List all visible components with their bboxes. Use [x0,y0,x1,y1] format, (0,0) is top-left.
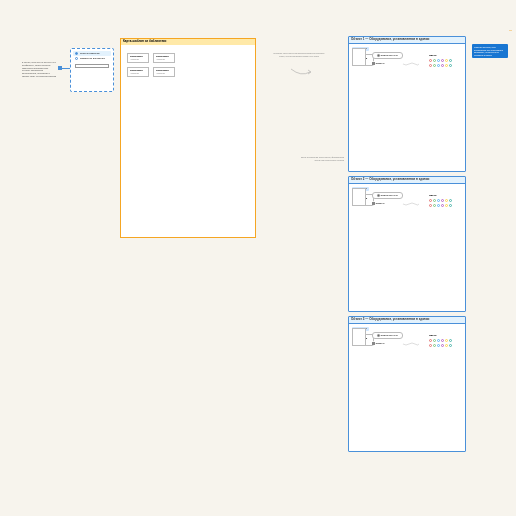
right-annotation: Карточка объекта, куда добавляются все н… [472,44,508,58]
middle-annotation: В правой части экрана собирается итоговы… [272,52,326,57]
radio-label: Импорт из документа [80,57,105,60]
object-panel-3: Объект 3 — Оборудование, установленное в… [348,316,466,452]
selector-panel: Пустые карточки Импорт из документа [70,48,114,92]
main-panel-title: Карта-шаблон из библиотеки [121,39,255,45]
color-swatches[interactable] [429,204,452,207]
original-button[interactable]: Оригинальный [372,192,403,199]
template-card[interactable]: КатегорияНазвание [127,67,149,77]
preview-card[interactable] [352,188,366,206]
replace-button[interactable]: Замена [372,201,403,206]
original-button[interactable]: Оригинальный [372,332,403,339]
color-swatches[interactable] [429,59,452,62]
preview-card[interactable] [352,328,366,346]
color-swatches[interactable] [429,344,452,347]
colors-label: Цвета [429,194,436,197]
corner-mark: — [509,30,512,34]
object-title: Объект 3 — Оборудование, установленное в… [349,317,465,324]
side-annotation: после добавления такого блока, формирует… [300,156,344,161]
object-panel-2: Объект 2 — Оборудование, установленное в… [348,176,466,312]
template-card[interactable]: КатегорияНазвание [153,53,175,63]
square-icon [372,342,375,345]
object-title: Объект 1 — Оборудование, установленное в… [349,37,465,44]
radio-label: Пустые карточки [80,52,99,55]
connector-line [62,68,70,69]
colors-label: Цвета [429,334,436,337]
replace-button[interactable]: Замена [372,61,403,66]
arrow-icon [290,68,312,80]
template-card[interactable]: КатегорияНазвание [127,53,149,63]
radio-dot-icon [75,57,78,60]
dot-icon [377,54,380,57]
replace-button[interactable]: Замена [372,341,403,346]
original-button[interactable]: Оригинальный [372,52,403,59]
text-input[interactable] [75,64,109,68]
color-swatches[interactable] [429,199,452,202]
radio-option-import[interactable]: Импорт из документа [73,56,111,61]
left-description: В случае, если данные объекты уже оцифро… [22,61,57,78]
preview-card[interactable] [352,48,366,66]
main-template-panel: Карта-шаблон из библиотеки КатегорияНазв… [120,38,256,238]
color-swatches[interactable] [429,64,452,67]
object-panel-1: Объект 1 — Оборудование, установленное в… [348,36,466,172]
object-title: Объект 2 — Оборудование, установленное в… [349,177,465,184]
color-swatches[interactable] [429,339,452,342]
square-icon [372,202,375,205]
colors-label: Цвета [429,54,436,57]
dot-icon [377,334,380,337]
dot-icon [377,194,380,197]
square-icon [372,62,375,65]
template-card[interactable]: КатегорияНазвание [153,67,175,77]
radio-dot-icon [75,52,78,55]
